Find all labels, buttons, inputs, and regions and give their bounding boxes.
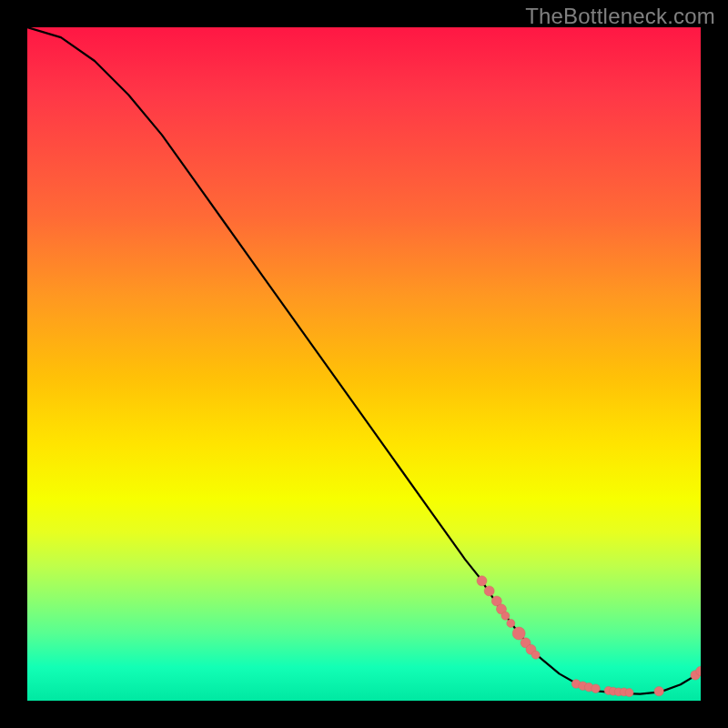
chart-stage: TheBottleneck.com xyxy=(0,0,728,728)
data-marker xyxy=(654,686,663,695)
marker-group xyxy=(477,576,701,697)
watermark-text: TheBottleneck.com xyxy=(525,4,715,29)
data-marker xyxy=(512,627,525,640)
data-marker xyxy=(501,612,510,620)
data-marker xyxy=(625,689,633,697)
plot-area xyxy=(27,27,701,701)
chart-overlay-svg xyxy=(27,27,701,701)
bottleneck-curve xyxy=(27,27,701,694)
data-marker xyxy=(477,576,487,586)
data-marker xyxy=(592,684,601,693)
data-marker xyxy=(484,586,494,596)
data-marker xyxy=(507,619,515,627)
data-marker xyxy=(531,651,540,659)
